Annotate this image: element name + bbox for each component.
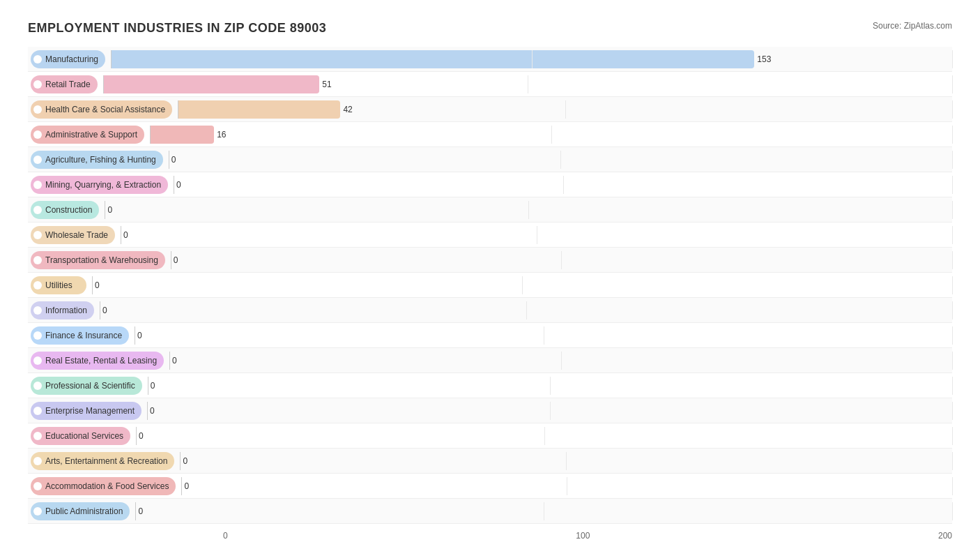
bar-label-pill: Arts, Entertainment & Recreation (31, 452, 174, 470)
bar-label-text: Utilities (45, 280, 72, 290)
bar-track: 0 (147, 402, 952, 420)
bar-track: 0 (121, 226, 952, 244)
bar-dot (33, 181, 42, 189)
bar-label-text: Educational Services (45, 431, 123, 441)
bar-track: 0 (100, 301, 952, 319)
bar-label-text: Administrative & Support (45, 130, 137, 140)
bar-fill (111, 50, 754, 68)
bar-dot (33, 432, 42, 440)
bar-label-pill: Health Care & Social Assistance (31, 100, 172, 119)
bar-track: 0 (180, 452, 952, 470)
bar-label-text: Wholesale Trade (45, 230, 108, 240)
bar-label-pill: Professional & Scientific (31, 377, 142, 395)
bar-value-label: 51 (322, 80, 331, 89)
bar-track: 0 (181, 477, 952, 495)
bar-track: 153 (111, 50, 952, 68)
bar-row: Real Estate, Rental & Leasing0 (28, 348, 952, 373)
bar-label-text: Mining, Quarrying, & Extraction (45, 180, 161, 190)
chart-header: EMPLOYMENT INDUSTRIES IN ZIP CODE 89003 … (28, 21, 952, 36)
bar-value-label: 0 (151, 381, 155, 391)
bar-dot (33, 382, 42, 390)
bar-row: Public Administration0 (28, 499, 952, 524)
bar-value-label: 0 (171, 155, 176, 165)
bar-value-label: 0 (174, 255, 178, 265)
x-axis-label: 100 (576, 531, 590, 541)
bar-label-pill: Accommodation & Food Services (31, 477, 176, 495)
bar-row: Agriculture, Fishing & Hunting0 (28, 147, 952, 172)
bar-label-pill: Manufacturing (31, 50, 105, 68)
chart-source: Source: ZipAtlas.com (873, 21, 952, 31)
bar-label-text: Health Care & Social Assistance (45, 105, 165, 114)
bar-dot (33, 105, 42, 114)
bar-value-label: 0 (123, 230, 128, 240)
bar-track: 16 (150, 126, 952, 144)
bar-label-pill: Enterprise Management (31, 402, 141, 420)
bar-dot (33, 130, 42, 139)
bar-track: 0 (92, 276, 952, 294)
bar-label-pill: Utilities (31, 276, 86, 294)
bar-track: 0 (171, 251, 952, 269)
bar-track: 0 (105, 201, 952, 219)
bar-dot (33, 156, 42, 164)
bar-label-pill: Public Administration (31, 502, 130, 520)
bar-row: Manufacturing153 (28, 47, 952, 72)
bar-label-text: Accommodation & Food Services (45, 481, 169, 491)
bar-label-text: Real Estate, Rental & Leasing (45, 356, 157, 366)
bar-track: 0 (148, 377, 952, 395)
bar-row: Finance & Insurance0 (28, 323, 952, 348)
bar-label-pill: Transportation & Warehousing (31, 251, 165, 269)
bar-label-text: Finance & Insurance (45, 331, 122, 340)
bar-value-label: 0 (176, 180, 181, 190)
bar-value-label: 0 (138, 506, 143, 516)
bar-row: Professional & Scientific0 (28, 373, 952, 398)
bar-value-label: 153 (757, 54, 771, 64)
bar-fill (103, 75, 320, 93)
bar-row: Utilities0 (28, 273, 952, 298)
bar-fill (150, 126, 214, 144)
chart-bars: Manufacturing153Retail Trade51Health Car… (28, 47, 952, 524)
bar-value-label: 0 (137, 331, 142, 340)
bar-track: 0 (169, 352, 952, 370)
bar-value-label: 0 (102, 306, 107, 315)
bar-label-text: Enterprise Management (45, 406, 135, 416)
bar-dot (33, 482, 42, 490)
bar-track: 0 (135, 326, 952, 345)
bar-label-text: Information (45, 306, 87, 315)
bar-label-pill: Real Estate, Rental & Leasing (31, 352, 164, 370)
bar-dot (33, 231, 42, 239)
bar-dot (33, 457, 42, 465)
bar-row: Health Care & Social Assistance42 (28, 97, 952, 122)
bar-dot (33, 80, 42, 89)
bar-value-label: 0 (184, 481, 189, 491)
bar-value-label: 0 (107, 205, 112, 215)
bar-value-label: 0 (172, 356, 177, 366)
bar-dot (33, 306, 42, 315)
bar-value-label: 42 (343, 105, 352, 114)
bar-label-pill: Finance & Insurance (31, 326, 129, 345)
bar-dot (33, 55, 42, 63)
bar-value-label: 0 (95, 280, 100, 290)
bar-dot (33, 206, 42, 214)
bar-row: Wholesale Trade0 (28, 223, 952, 248)
bar-label-text: Construction (45, 205, 92, 215)
bar-value-label: 0 (183, 456, 187, 466)
bar-track: 51 (103, 75, 952, 93)
x-axis-label: 0 (223, 531, 228, 541)
bar-row: Transportation & Warehousing0 (28, 248, 952, 273)
x-axis-label: 200 (938, 531, 952, 541)
bar-label-text: Agriculture, Fishing & Hunting (45, 155, 156, 165)
bar-dot (33, 281, 42, 289)
bar-label-text: Public Administration (45, 506, 123, 516)
bar-label-pill: Wholesale Trade (31, 226, 115, 244)
bar-track: 42 (178, 100, 952, 119)
bar-dot (33, 407, 42, 415)
bar-row: Accommodation & Food Services0 (28, 474, 952, 499)
bar-dot (33, 331, 42, 340)
bar-label-text: Transportation & Warehousing (45, 255, 158, 265)
bar-row: Construction0 (28, 197, 952, 223)
bar-label-pill: Educational Services (31, 427, 130, 445)
bar-row: Mining, Quarrying, & Extraction0 (28, 172, 952, 197)
bar-label-pill: Mining, Quarrying, & Extraction (31, 176, 168, 194)
bar-label-text: Professional & Scientific (45, 381, 135, 391)
bar-label-pill: Retail Trade (31, 75, 98, 93)
